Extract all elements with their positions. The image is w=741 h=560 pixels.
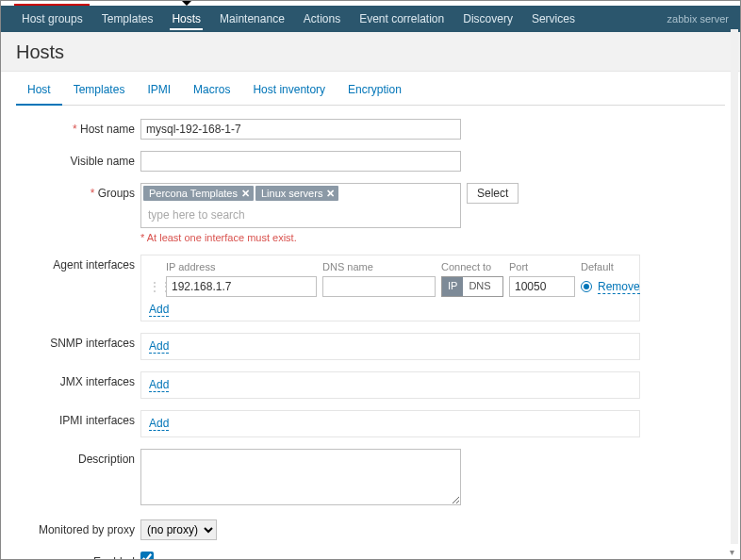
- subtabs: Host Templates IPMI Macros Host inventor…: [16, 75, 725, 106]
- group-tag[interactable]: Linux servers ✕: [255, 186, 338, 201]
- tab-templates[interactable]: Templates: [62, 75, 137, 105]
- host-name-input[interactable]: [140, 119, 461, 140]
- add-snmp-interface-link[interactable]: Add: [149, 339, 169, 354]
- nav-server-label: zabbix server: [667, 13, 729, 25]
- agent-interfaces-box: IP address DNS name Connect to Port Defa…: [140, 255, 640, 321]
- label-ipmi-interfaces: IPMI interfaces: [16, 410, 140, 427]
- label-description: Description: [16, 449, 140, 466]
- default-radio[interactable]: [581, 281, 592, 292]
- tab-host[interactable]: Host: [16, 75, 62, 106]
- col-default: Default: [581, 261, 666, 272]
- label-jmx-interfaces: JMX interfaces: [16, 371, 140, 388]
- groups-search-input[interactable]: [143, 205, 458, 225]
- label-monitored-by-proxy: Monitored by proxy: [16, 519, 140, 536]
- connect-ip-option[interactable]: IP: [442, 277, 463, 296]
- col-ip: IP address: [166, 261, 317, 272]
- drag-handle-icon[interactable]: ⋮⋮: [149, 280, 160, 293]
- label-visible-name: Visible name: [16, 151, 140, 168]
- label-groups: Groups: [16, 183, 140, 200]
- content: Host Templates IPMI Macros Host inventor…: [1, 72, 740, 560]
- label-enabled: Enabled: [16, 552, 140, 560]
- nav-discovery[interactable]: Discovery: [453, 6, 522, 32]
- nav-services[interactable]: Services: [522, 6, 585, 32]
- connect-to-toggle[interactable]: IP DNS: [441, 276, 503, 297]
- label-snmp-interfaces: SNMP interfaces: [16, 333, 140, 350]
- top-navbar: Host groups Templates Hosts Maintenance …: [1, 6, 740, 32]
- tab-ipmi[interactable]: IPMI: [136, 75, 182, 105]
- nav-templates[interactable]: Templates: [92, 6, 163, 32]
- iface-port-input[interactable]: [509, 276, 575, 297]
- close-icon[interactable]: ✕: [326, 189, 335, 199]
- group-tag-label: Linux servers: [261, 188, 322, 199]
- jmx-interfaces-box: Add: [140, 371, 640, 399]
- groups-multiselect[interactable]: Percona Templates ✕ Linux servers ✕: [140, 183, 461, 228]
- page-title: Hosts: [16, 41, 725, 63]
- label-agent-interfaces: Agent interfaces: [16, 255, 140, 272]
- groups-select-button[interactable]: Select: [467, 183, 519, 204]
- remove-interface-link[interactable]: Remove: [598, 280, 640, 294]
- close-icon[interactable]: ✕: [241, 189, 250, 199]
- description-textarea[interactable]: [140, 449, 461, 505]
- host-form: Host name Visible name Groups Percona Te…: [16, 106, 725, 560]
- col-dns: DNS name: [322, 261, 436, 272]
- enabled-checkbox[interactable]: [140, 552, 154, 560]
- add-jmx-interface-link[interactable]: Add: [149, 378, 169, 392]
- ipmi-interfaces-box: Add: [140, 410, 640, 437]
- group-tag[interactable]: Percona Templates ✕: [143, 186, 254, 201]
- add-agent-interface-link[interactable]: Add: [149, 303, 169, 317]
- groups-hint: At least one interface must exist.: [140, 232, 725, 243]
- nav-host-groups[interactable]: Host groups: [12, 6, 92, 32]
- label-host-name: Host name: [16, 119, 140, 136]
- visible-name-input[interactable]: [140, 151, 461, 172]
- add-ipmi-interface-link[interactable]: Add: [149, 417, 169, 431]
- scrollbar[interactable]: [731, 29, 738, 544]
- connect-dns-option[interactable]: DNS: [463, 277, 496, 296]
- group-tag-label: Percona Templates: [149, 188, 238, 199]
- tab-host-inventory[interactable]: Host inventory: [241, 75, 337, 105]
- snmp-interfaces-box: Add: [140, 333, 640, 360]
- nav-event-correlation[interactable]: Event correlation: [350, 6, 453, 32]
- tab-macros[interactable]: Macros: [182, 75, 241, 105]
- col-port: Port: [509, 261, 575, 272]
- col-connect: Connect to: [441, 261, 503, 272]
- tab-encryption[interactable]: Encryption: [337, 75, 413, 105]
- nav-maintenance[interactable]: Maintenance: [210, 6, 294, 32]
- iface-dns-input[interactable]: [322, 276, 436, 297]
- iface-ip-input[interactable]: [166, 276, 317, 297]
- nav-hosts[interactable]: Hosts: [162, 6, 210, 32]
- agent-interface-row: ⋮⋮ IP DNS Remove: [149, 276, 632, 297]
- page-header: Hosts: [1, 32, 740, 72]
- nav-actions[interactable]: Actions: [294, 6, 350, 32]
- nav-items: Host groups Templates Hosts Maintenance …: [12, 6, 585, 32]
- proxy-select[interactable]: (no proxy): [140, 519, 217, 540]
